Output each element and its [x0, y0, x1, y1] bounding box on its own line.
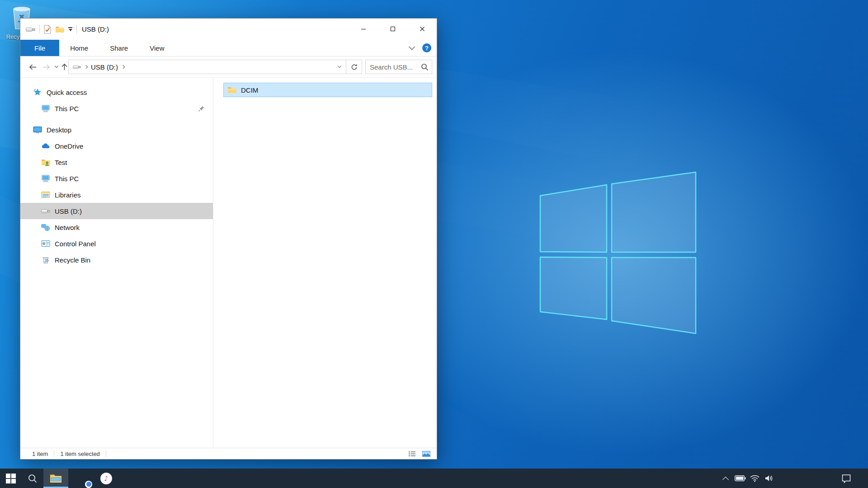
sidebar-item-label: Desktop [47, 126, 71, 134]
address-bar[interactable]: USB (D:) [68, 60, 362, 74]
taskbar-chrome-button[interactable] [72, 469, 94, 488]
monitor-icon [41, 175, 50, 183]
close-button[interactable] [407, 19, 437, 39]
tab-file[interactable]: File [20, 40, 59, 56]
expand-ribbon-chevron-icon[interactable] [409, 44, 415, 50]
sidebar-item-label: Recycle Bin [55, 256, 90, 264]
file-name: DCIM [241, 86, 258, 94]
sidebar-item-label: Test [55, 159, 67, 166]
usb-drive-icon [73, 64, 81, 70]
tab-share[interactable]: Share [99, 40, 139, 56]
usb-drive-icon [26, 26, 35, 33]
properties-icon[interactable] [44, 25, 51, 34]
desktop-icon [33, 126, 42, 134]
sidebar-item-control-panel[interactable]: Control Panel [20, 235, 213, 252]
recycle-bin-icon [41, 256, 50, 264]
sidebar-item-label: Quick access [47, 89, 87, 96]
refresh-button[interactable] [346, 60, 362, 74]
folder-icon [227, 86, 236, 94]
search-icon [28, 474, 38, 483]
taskbar-search-button[interactable] [22, 469, 43, 488]
help-button[interactable]: ? [422, 43, 431, 52]
customize-quick-access-toolbar-icon[interactable] [68, 27, 72, 31]
sidebar-section-gap [20, 117, 213, 122]
navigation-toolbar: USB (D:) [20, 56, 437, 78]
sidebar-item-desktop[interactable]: Desktop [20, 122, 213, 138]
sidebar-item-label: Network [55, 224, 80, 231]
window-title: USB (D:) [82, 25, 109, 33]
sidebar-item-label: Libraries [55, 191, 81, 199]
navigation-pane: Quick accessThis PCDesktopOneDriveTestTh… [20, 78, 213, 448]
sidebar-item-label: This PC [55, 175, 79, 183]
tray-volume-button[interactable] [762, 469, 776, 488]
sidebar-item-this-pc[interactable]: This PC [20, 170, 213, 187]
windows-logo-icon [6, 474, 16, 483]
usb-drive-icon [41, 208, 50, 214]
sidebar-item-label: Control Panel [55, 240, 96, 248]
system-tray [718, 469, 776, 488]
network-icon [41, 224, 50, 231]
maximize-button[interactable] [378, 19, 407, 39]
title-bar[interactable]: USB (D:) [20, 19, 437, 40]
sidebar-item-label: This PC [55, 105, 79, 113]
control-panel-icon [41, 240, 50, 247]
sidebar-item-test[interactable]: Test [20, 154, 213, 170]
details-view-button[interactable] [407, 449, 417, 458]
sidebar-item-usb-d[interactable]: USB (D:) [20, 203, 213, 219]
tab-view[interactable]: View [139, 40, 175, 56]
sidebar-item-libraries[interactable]: Libraries [20, 187, 213, 203]
sidebar-item-label: OneDrive [55, 142, 83, 150]
thumbnail-view-button[interactable] [421, 449, 431, 458]
selection-count: 1 item selected [60, 450, 99, 457]
volume-icon [764, 474, 774, 482]
up-button[interactable] [60, 63, 68, 70]
chevron-up-icon [723, 474, 728, 483]
user-folder-icon [41, 159, 50, 166]
ribbon-tab-bar: FileHomeShareView ? [20, 40, 437, 56]
sidebar-item-quick-access[interactable]: Quick access [20, 84, 213, 100]
taskbar: ♪ [0, 469, 868, 488]
minimize-button[interactable] [349, 19, 378, 39]
search-box[interactable] [365, 60, 432, 74]
breadcrumb-segment[interactable]: USB (D:) [91, 63, 118, 71]
address-history-chevron-icon[interactable] [333, 60, 346, 74]
status-bar: 1 item 1 item selected [20, 448, 437, 459]
tray-battery-button[interactable] [733, 469, 747, 488]
sidebar-item-network[interactable]: Network [20, 219, 213, 235]
sidebar-item-this-pc-pinned[interactable]: This PC [20, 100, 213, 117]
file-explorer-icon [50, 474, 62, 483]
file-row[interactable]: DCIM [223, 83, 432, 97]
tab-home[interactable]: Home [59, 40, 99, 56]
onedrive-cloud-icon [41, 143, 50, 149]
action-center-button[interactable] [836, 469, 856, 488]
tray-wifi-button[interactable] [747, 469, 762, 488]
new-folder-icon[interactable] [55, 26, 64, 33]
taskbar-file-explorer-button[interactable] [43, 469, 68, 488]
recent-locations-chevron-icon[interactable] [53, 66, 60, 67]
file-explorer-window: USB (D:) FileHomeShareView ? [20, 18, 437, 460]
breadcrumb[interactable]: USB (D:) [69, 63, 333, 71]
sidebar-item-onedrive[interactable]: OneDrive [20, 138, 213, 154]
status-separator [106, 450, 106, 457]
battery-icon [735, 475, 746, 481]
status-separator [54, 450, 54, 457]
sidebar-item-recycle-bin[interactable]: Recycle Bin [20, 252, 213, 268]
sidebar-item-label: USB (D:) [55, 207, 82, 215]
breadcrumb-chevron-icon[interactable] [84, 65, 88, 69]
titlebar-separator [39, 25, 40, 33]
back-button[interactable] [26, 64, 39, 70]
monitor-icon [41, 105, 50, 113]
libraries-icon [41, 191, 50, 198]
pin-icon [197, 105, 206, 112]
taskbar-itunes-button[interactable]: ♪ [95, 469, 117, 488]
windows-wallpaper-logo [539, 171, 697, 334]
breadcrumb-chevron-icon[interactable] [121, 65, 125, 69]
wifi-icon [750, 474, 760, 482]
taskbar-start-button[interactable] [0, 469, 22, 488]
forward-button[interactable] [39, 64, 53, 70]
titlebar-separator [76, 25, 77, 33]
search-icon[interactable] [421, 63, 429, 71]
tray-tray-expand-button[interactable] [718, 469, 733, 488]
item-count: 1 item [32, 450, 48, 457]
file-list: DCIM [213, 78, 438, 448]
